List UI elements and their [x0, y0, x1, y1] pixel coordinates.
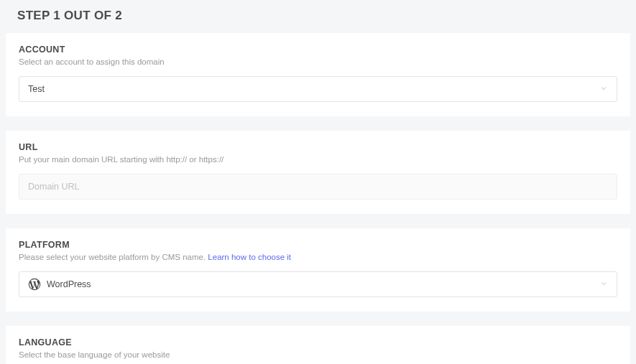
- platform-desc-text: Please select your website platform by C…: [19, 253, 208, 261]
- chevron-down-icon: [599, 84, 608, 95]
- url-card: URL Put your main domain URL starting wi…: [6, 131, 630, 214]
- page-title: STEP 1 OUT OF 2: [0, 0, 636, 33]
- platform-desc: Please select your website platform by C…: [19, 253, 617, 261]
- platform-card: PLATFORM Please select your website plat…: [6, 228, 630, 312]
- platform-title: PLATFORM: [19, 240, 617, 250]
- language-desc: Select the base language of your website: [19, 350, 617, 359]
- platform-select-value: WordPress: [47, 279, 599, 289]
- platform-learn-link[interactable]: Learn how to choose it: [208, 253, 291, 261]
- account-select[interactable]: Test: [19, 76, 617, 102]
- language-card: LANGUAGE Select the base language of you…: [6, 326, 630, 364]
- account-desc: Select an account to assign this domain: [19, 57, 617, 66]
- account-title: ACCOUNT: [19, 45, 617, 55]
- url-input[interactable]: [28, 182, 608, 192]
- platform-select[interactable]: WordPress: [19, 271, 617, 297]
- language-title: LANGUAGE: [19, 337, 617, 347]
- url-title: URL: [19, 142, 617, 152]
- wordpress-icon: [28, 278, 41, 291]
- account-select-value: Test: [28, 84, 599, 94]
- account-card: ACCOUNT Select an account to assign this…: [6, 33, 630, 116]
- url-input-wrap: [19, 174, 617, 200]
- chevron-down-icon: [599, 279, 608, 290]
- url-desc: Put your main domain URL starting with h…: [19, 155, 617, 164]
